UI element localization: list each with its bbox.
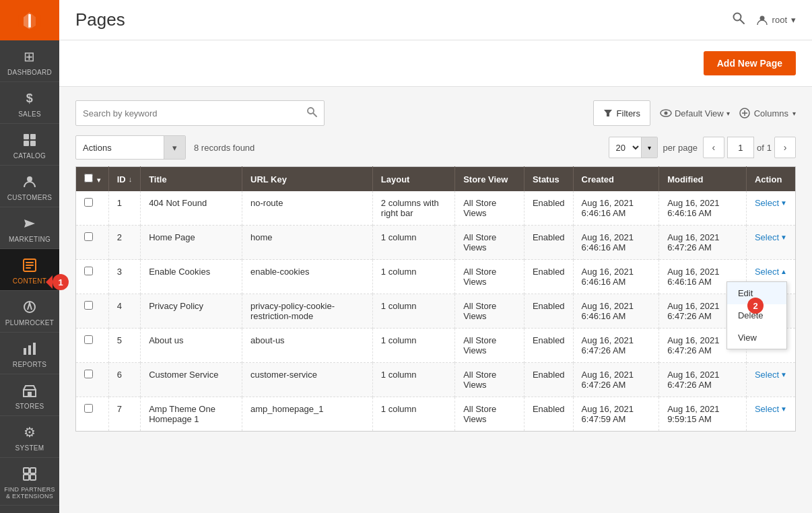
row-checkbox-3[interactable]	[84, 267, 93, 275]
action-select-link[interactable]: Select ▼	[755, 370, 787, 380]
th-layout: Layout	[372, 167, 454, 192]
eye-icon	[660, 108, 672, 118]
action-select-label: Select	[755, 267, 779, 277]
td-id: 2	[108, 226, 141, 260]
table-row: 5 About us about-us 1 column All Store V…	[76, 329, 796, 363]
default-view-label: Default View	[675, 108, 724, 118]
search-icon[interactable]	[732, 11, 745, 28]
row-checkbox-4[interactable]	[84, 301, 93, 310]
td-modified: Aug 16, 2021 6:46:16 AM	[659, 191, 747, 226]
action-select-wrapper: Select ▼	[755, 370, 787, 380]
td-action: Select ▼	[746, 191, 795, 226]
top-bar-right: root ▾	[732, 11, 796, 28]
page-title: Pages	[75, 9, 125, 30]
row-checkbox-7[interactable]	[84, 404, 93, 413]
sidebar-item-dashboard[interactable]: ⊞ DASHBOARD	[0, 40, 59, 82]
td-store-view: All Store Views	[455, 260, 525, 294]
action-select-link[interactable]: Select ▲	[755, 267, 787, 277]
td-created: Aug 16, 2021 6:47:26 AM	[573, 363, 659, 397]
action-select-link[interactable]: Select ▼	[755, 232, 787, 242]
action-select-link[interactable]: Select ▼	[755, 198, 787, 208]
add-new-page-button[interactable]: Add New Page	[704, 51, 796, 75]
svg-rect-20	[24, 468, 29, 473]
action-bar: Add New Page	[59, 40, 812, 87]
table-wrapper: ▾ ID ↓ Title	[75, 166, 796, 432]
sidebar-item-system[interactable]: ⚙ SYSTEM	[0, 416, 59, 458]
marketing-icon	[20, 214, 39, 233]
row-checkbox-1[interactable]	[84, 198, 93, 207]
td-checkbox	[76, 260, 109, 294]
th-url-key-label: URL Key	[250, 174, 287, 184]
td-url-key: amp_homepage_1	[242, 397, 373, 432]
per-page-arrow-icon[interactable]: ▾	[641, 137, 657, 158]
row-checkbox-5[interactable]	[84, 335, 93, 344]
svg-marker-29	[604, 110, 612, 116]
page-input[interactable]	[727, 137, 754, 158]
actions-dropdown[interactable]: Actions ▾	[75, 135, 186, 160]
sidebar-item-customers[interactable]: CUSTOMERS	[0, 166, 59, 207]
search-input[interactable]	[83, 108, 306, 118]
action-select-label: Select	[755, 370, 779, 380]
th-status-label: Status	[533, 174, 560, 184]
sidebar-item-catalog[interactable]: CATALOG	[0, 124, 59, 166]
actions-select[interactable]: Actions	[76, 136, 164, 159]
row-checkbox-2[interactable]	[84, 232, 93, 241]
actions-dropdown-arrow[interactable]: ▾	[164, 136, 185, 159]
sidebar-item-find-partners[interactable]: FIND PARTNERS & EXTENSIONS	[0, 458, 59, 506]
svg-rect-7	[30, 141, 36, 146]
action-select-link[interactable]: Select ▼	[755, 404, 787, 414]
svg-point-31	[664, 112, 667, 115]
row-checkbox-6[interactable]	[84, 370, 93, 378]
svg-rect-3	[28, 14, 31, 28]
action-select-wrapper: Select ▲ Edit Delete View	[755, 267, 787, 277]
sidebar-item-stores[interactable]: STORES	[0, 374, 59, 416]
page-nav: ‹ of 1 ›	[703, 137, 796, 158]
sidebar-item-plumrocket[interactable]: PLUMROCKET	[0, 291, 59, 333]
pagination: 20 ▾ per page ‹ of 1 ›	[609, 137, 796, 158]
th-id[interactable]: ID ↓	[108, 167, 141, 192]
action-select-wrapper: Select ▼	[755, 198, 787, 208]
default-view-selector[interactable]: Default View ▾	[660, 108, 730, 118]
action-select-wrapper: Select ▼	[755, 232, 787, 242]
th-title-label: Title	[149, 174, 167, 184]
columns-button[interactable]: Columns ▾	[739, 108, 796, 118]
td-modified: Aug 16, 2021 6:47:26 AM	[659, 363, 747, 397]
td-status: Enabled	[524, 294, 573, 329]
table-row: 3 Enable Cookies enable-cookies 1 column…	[76, 260, 796, 294]
svg-line-25	[740, 20, 744, 24]
per-page-select[interactable]: 20 ▾	[609, 137, 658, 158]
search-box[interactable]	[75, 100, 325, 126]
main-content: Pages root ▾ Add New Page	[59, 0, 812, 513]
sidebar-item-reports[interactable]: REPORTS	[0, 333, 59, 374]
sidebar-item-sales[interactable]: $ SALES	[0, 82, 59, 124]
action-select-label: Select	[755, 198, 779, 208]
user-menu[interactable]: root ▾	[756, 14, 796, 26]
view-menu-item[interactable]: View	[727, 327, 786, 349]
td-checkbox	[76, 191, 109, 226]
svg-rect-23	[30, 475, 36, 480]
table-row: 1 404 Not Found no-route 2 columns with …	[76, 191, 796, 226]
svg-rect-4	[24, 134, 29, 139]
prev-page-button[interactable]: ‹	[703, 137, 724, 158]
select-all-checkbox[interactable]	[84, 174, 93, 182]
action-select-label: Select	[755, 232, 779, 242]
search-submit-icon[interactable]	[306, 106, 317, 120]
sidebar-item-label: REPORTS	[13, 361, 46, 368]
sidebar-item-marketing[interactable]: MARKETING	[0, 207, 59, 249]
reports-icon	[20, 339, 39, 358]
td-store-view: All Store Views	[455, 191, 525, 226]
action-arrow-icon: ▼	[780, 199, 787, 207]
sidebar-logo[interactable]	[0, 0, 59, 40]
checkbox-dropdown-icon[interactable]: ▾	[97, 176, 100, 184]
td-action: Select ▼	[746, 397, 795, 432]
th-modified-label: Modified	[667, 174, 703, 184]
next-page-button[interactable]: ›	[774, 137, 796, 158]
td-title: Privacy Policy	[141, 294, 242, 329]
td-id: 7	[108, 397, 141, 432]
td-id: 3	[108, 260, 141, 294]
per-page-dropdown[interactable]: 20	[609, 137, 641, 158]
action-select-label: Select	[755, 404, 779, 414]
filters-button[interactable]: Filters	[593, 100, 650, 126]
username-label: root	[772, 15, 787, 25]
td-id: 1	[108, 191, 141, 226]
